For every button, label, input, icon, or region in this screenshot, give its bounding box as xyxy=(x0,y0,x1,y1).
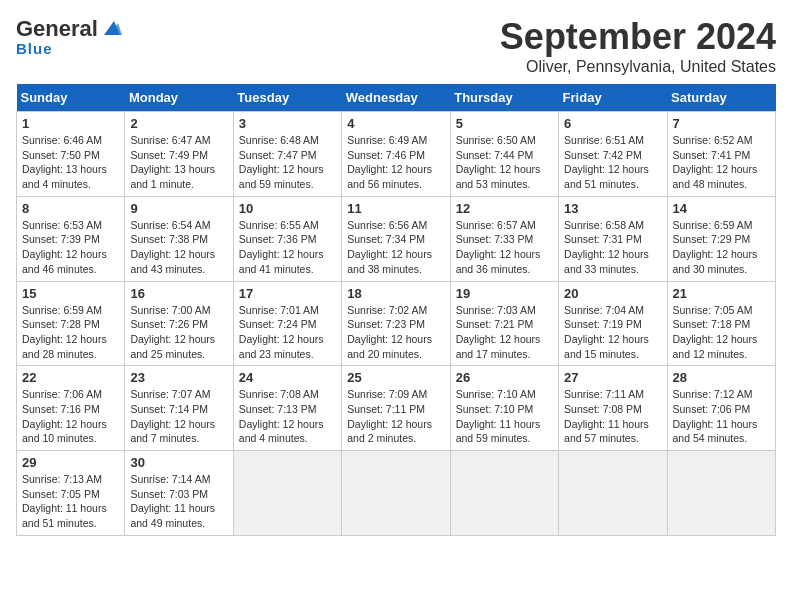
table-row: 5 Sunrise: 6:50 AM Sunset: 7:44 PM Dayli… xyxy=(450,112,558,197)
day-info: Sunrise: 6:46 AM Sunset: 7:50 PM Dayligh… xyxy=(22,134,107,190)
day-info: Sunrise: 6:58 AM Sunset: 7:31 PM Dayligh… xyxy=(564,219,649,275)
table-row: 12 Sunrise: 6:57 AM Sunset: 7:33 PM Dayl… xyxy=(450,196,558,281)
day-info: Sunrise: 6:48 AM Sunset: 7:47 PM Dayligh… xyxy=(239,134,324,190)
col-tuesday: Tuesday xyxy=(233,84,341,112)
day-info: Sunrise: 6:53 AM Sunset: 7:39 PM Dayligh… xyxy=(22,219,107,275)
day-info: Sunrise: 6:59 AM Sunset: 7:28 PM Dayligh… xyxy=(22,304,107,360)
table-row: 27 Sunrise: 7:11 AM Sunset: 7:08 PM Dayl… xyxy=(559,366,667,451)
col-monday: Monday xyxy=(125,84,233,112)
day-info: Sunrise: 6:55 AM Sunset: 7:36 PM Dayligh… xyxy=(239,219,324,275)
table-row: 9 Sunrise: 6:54 AM Sunset: 7:38 PM Dayli… xyxy=(125,196,233,281)
table-row: 1 Sunrise: 6:46 AM Sunset: 7:50 PM Dayli… xyxy=(17,112,125,197)
day-info: Sunrise: 6:57 AM Sunset: 7:33 PM Dayligh… xyxy=(456,219,541,275)
day-info: Sunrise: 6:47 AM Sunset: 7:49 PM Dayligh… xyxy=(130,134,215,190)
day-number: 8 xyxy=(22,201,119,216)
table-row: 21 Sunrise: 7:05 AM Sunset: 7:18 PM Dayl… xyxy=(667,281,775,366)
calendar-row: 8 Sunrise: 6:53 AM Sunset: 7:39 PM Dayli… xyxy=(17,196,776,281)
day-info: Sunrise: 7:14 AM Sunset: 7:03 PM Dayligh… xyxy=(130,473,215,529)
month-title: September 2024 xyxy=(500,16,776,58)
day-number: 30 xyxy=(130,455,227,470)
day-number: 21 xyxy=(673,286,770,301)
table-row: 20 Sunrise: 7:04 AM Sunset: 7:19 PM Dayl… xyxy=(559,281,667,366)
day-number: 5 xyxy=(456,116,553,131)
day-number: 3 xyxy=(239,116,336,131)
title-block: September 2024 Oliver, Pennsylvania, Uni… xyxy=(500,16,776,76)
calendar-row: 1 Sunrise: 6:46 AM Sunset: 7:50 PM Dayli… xyxy=(17,112,776,197)
day-info: Sunrise: 7:06 AM Sunset: 7:16 PM Dayligh… xyxy=(22,388,107,444)
table-row: 28 Sunrise: 7:12 AM Sunset: 7:06 PM Dayl… xyxy=(667,366,775,451)
day-info: Sunrise: 6:49 AM Sunset: 7:46 PM Dayligh… xyxy=(347,134,432,190)
calendar-row: 15 Sunrise: 6:59 AM Sunset: 7:28 PM Dayl… xyxy=(17,281,776,366)
table-row: 19 Sunrise: 7:03 AM Sunset: 7:21 PM Dayl… xyxy=(450,281,558,366)
day-info: Sunrise: 7:10 AM Sunset: 7:10 PM Dayligh… xyxy=(456,388,541,444)
logo-text: General xyxy=(16,16,98,42)
calendar-header-row: Sunday Monday Tuesday Wednesday Thursday… xyxy=(17,84,776,112)
table-row: 24 Sunrise: 7:08 AM Sunset: 7:13 PM Dayl… xyxy=(233,366,341,451)
day-number: 12 xyxy=(456,201,553,216)
table-row: 3 Sunrise: 6:48 AM Sunset: 7:47 PM Dayli… xyxy=(233,112,341,197)
day-info: Sunrise: 7:11 AM Sunset: 7:08 PM Dayligh… xyxy=(564,388,649,444)
calendar-row: 29 Sunrise: 7:13 AM Sunset: 7:05 PM Dayl… xyxy=(17,451,776,536)
table-row: 18 Sunrise: 7:02 AM Sunset: 7:23 PM Dayl… xyxy=(342,281,450,366)
table-row: 7 Sunrise: 6:52 AM Sunset: 7:41 PM Dayli… xyxy=(667,112,775,197)
day-info: Sunrise: 7:09 AM Sunset: 7:11 PM Dayligh… xyxy=(347,388,432,444)
day-info: Sunrise: 7:12 AM Sunset: 7:06 PM Dayligh… xyxy=(673,388,758,444)
day-info: Sunrise: 7:08 AM Sunset: 7:13 PM Dayligh… xyxy=(239,388,324,444)
logo: General Blue xyxy=(16,16,122,57)
day-number: 27 xyxy=(564,370,661,385)
day-number: 20 xyxy=(564,286,661,301)
day-info: Sunrise: 7:03 AM Sunset: 7:21 PM Dayligh… xyxy=(456,304,541,360)
location-title: Oliver, Pennsylvania, United States xyxy=(500,58,776,76)
table-row xyxy=(233,451,341,536)
table-row: 29 Sunrise: 7:13 AM Sunset: 7:05 PM Dayl… xyxy=(17,451,125,536)
day-number: 9 xyxy=(130,201,227,216)
day-number: 14 xyxy=(673,201,770,216)
day-info: Sunrise: 7:13 AM Sunset: 7:05 PM Dayligh… xyxy=(22,473,107,529)
day-number: 16 xyxy=(130,286,227,301)
table-row xyxy=(450,451,558,536)
table-row: 16 Sunrise: 7:00 AM Sunset: 7:26 PM Dayl… xyxy=(125,281,233,366)
day-number: 15 xyxy=(22,286,119,301)
table-row: 23 Sunrise: 7:07 AM Sunset: 7:14 PM Dayl… xyxy=(125,366,233,451)
day-number: 10 xyxy=(239,201,336,216)
table-row: 26 Sunrise: 7:10 AM Sunset: 7:10 PM Dayl… xyxy=(450,366,558,451)
day-info: Sunrise: 7:02 AM Sunset: 7:23 PM Dayligh… xyxy=(347,304,432,360)
day-number: 25 xyxy=(347,370,444,385)
table-row: 2 Sunrise: 6:47 AM Sunset: 7:49 PM Dayli… xyxy=(125,112,233,197)
table-row xyxy=(667,451,775,536)
calendar-row: 22 Sunrise: 7:06 AM Sunset: 7:16 PM Dayl… xyxy=(17,366,776,451)
table-row: 10 Sunrise: 6:55 AM Sunset: 7:36 PM Dayl… xyxy=(233,196,341,281)
day-number: 13 xyxy=(564,201,661,216)
table-row: 15 Sunrise: 6:59 AM Sunset: 7:28 PM Dayl… xyxy=(17,281,125,366)
col-saturday: Saturday xyxy=(667,84,775,112)
day-number: 28 xyxy=(673,370,770,385)
col-thursday: Thursday xyxy=(450,84,558,112)
day-number: 17 xyxy=(239,286,336,301)
day-number: 18 xyxy=(347,286,444,301)
table-row: 22 Sunrise: 7:06 AM Sunset: 7:16 PM Dayl… xyxy=(17,366,125,451)
day-number: 19 xyxy=(456,286,553,301)
day-info: Sunrise: 7:07 AM Sunset: 7:14 PM Dayligh… xyxy=(130,388,215,444)
day-info: Sunrise: 6:51 AM Sunset: 7:42 PM Dayligh… xyxy=(564,134,649,190)
day-info: Sunrise: 6:59 AM Sunset: 7:29 PM Dayligh… xyxy=(673,219,758,275)
table-row: 4 Sunrise: 6:49 AM Sunset: 7:46 PM Dayli… xyxy=(342,112,450,197)
day-info: Sunrise: 6:54 AM Sunset: 7:38 PM Dayligh… xyxy=(130,219,215,275)
day-info: Sunrise: 6:56 AM Sunset: 7:34 PM Dayligh… xyxy=(347,219,432,275)
day-number: 22 xyxy=(22,370,119,385)
table-row: 17 Sunrise: 7:01 AM Sunset: 7:24 PM Dayl… xyxy=(233,281,341,366)
day-number: 2 xyxy=(130,116,227,131)
page-header: General Blue September 2024 Oliver, Penn… xyxy=(16,16,776,76)
day-number: 11 xyxy=(347,201,444,216)
table-row: 8 Sunrise: 6:53 AM Sunset: 7:39 PM Dayli… xyxy=(17,196,125,281)
day-info: Sunrise: 7:01 AM Sunset: 7:24 PM Dayligh… xyxy=(239,304,324,360)
table-row: 14 Sunrise: 6:59 AM Sunset: 7:29 PM Dayl… xyxy=(667,196,775,281)
table-row: 11 Sunrise: 6:56 AM Sunset: 7:34 PM Dayl… xyxy=(342,196,450,281)
day-info: Sunrise: 7:00 AM Sunset: 7:26 PM Dayligh… xyxy=(130,304,215,360)
table-row: 25 Sunrise: 7:09 AM Sunset: 7:11 PM Dayl… xyxy=(342,366,450,451)
day-number: 23 xyxy=(130,370,227,385)
col-friday: Friday xyxy=(559,84,667,112)
col-wednesday: Wednesday xyxy=(342,84,450,112)
day-info: Sunrise: 6:50 AM Sunset: 7:44 PM Dayligh… xyxy=(456,134,541,190)
day-info: Sunrise: 7:04 AM Sunset: 7:19 PM Dayligh… xyxy=(564,304,649,360)
day-number: 29 xyxy=(22,455,119,470)
